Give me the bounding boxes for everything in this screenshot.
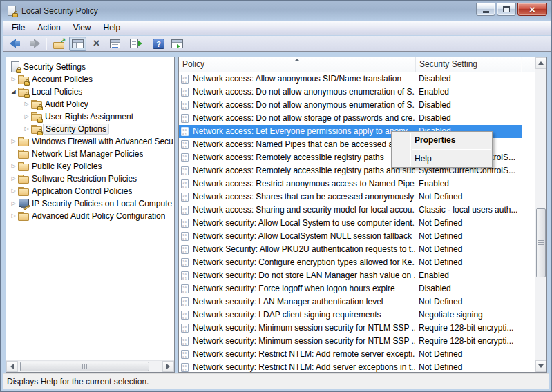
policy-row[interactable]: 1001Network access: Do not allow anonymo… [179, 99, 522, 112]
policy-name: Network security: LDAP client signing re… [193, 308, 415, 322]
toolbar-separator [46, 38, 47, 50]
scroll-up-button[interactable] [535, 57, 546, 69]
show-action-pane-button[interactable] [169, 37, 186, 51]
properties-button[interactable] [106, 37, 124, 51]
policy-row[interactable]: 1001Network security: Do not store LAN M… [179, 269, 522, 282]
scroll-down-button[interactable] [535, 360, 546, 372]
policy-document-icon: 1001 [181, 311, 189, 320]
policy-name: Network access: Named Pipes that can be … [193, 138, 415, 151]
back-button[interactable] [7, 37, 24, 51]
policy-name: Network access: Remotely accessible regi… [193, 151, 415, 164]
policy-document-icon: 1001 [181, 88, 189, 97]
policy-document-icon: 1001 [181, 324, 189, 333]
vertical-scrollbar-thumb[interactable] [536, 208, 546, 277]
tree-item-software-restriction-policies[interactable]: ▷Software Restriction Policies [6, 173, 174, 185]
scroll-left-button[interactable] [6, 361, 18, 372]
expand-collapsed-icon[interactable]: ▷ [9, 210, 18, 222]
expand-collapsed-icon[interactable]: ▷ [22, 98, 31, 110]
show-console-tree-button[interactable] [69, 37, 86, 51]
expand-expanded-icon[interactable]: ◢ [9, 86, 18, 98]
folder-lock-icon [18, 86, 29, 97]
close-button[interactable]: × [517, 3, 547, 16]
column-header-security-setting[interactable]: Security Setting [416, 57, 522, 72]
tree-item-label: Security Settings [23, 62, 86, 72]
tree-item-label: Account Policies [32, 75, 93, 84]
arrow-left-icon [10, 39, 21, 48]
help-button[interactable] [150, 37, 167, 51]
forward-button[interactable] [26, 37, 43, 51]
expand-collapsed-icon[interactable]: ▷ [9, 135, 18, 148]
horizontal-scrollbar-thumb[interactable] [20, 362, 149, 371]
context-menu-separator [412, 149, 491, 150]
policy-document-icon: 1001 [181, 297, 189, 306]
minimize-button[interactable] [476, 3, 495, 16]
scroll-right-button[interactable] [162, 361, 174, 372]
expand-collapsed-icon[interactable]: ▷ [9, 185, 18, 197]
policy-name: Network security: Configure encryption t… [193, 256, 415, 269]
policy-row[interactable]: 1001Network security: LAN Manager authen… [179, 295, 522, 308]
tree-item-advanced-audit-policy-configuration[interactable]: ▷Advanced Audit Policy Configuration [6, 210, 174, 222]
tree-item-application-control-policies[interactable]: ▷Application Control Policies [6, 185, 174, 197]
policy-document-icon: 1001 [181, 166, 189, 175]
tree-item-ip-security-policies-on-local-compute[interactable]: ▷IP Security Policies on Local Compute [6, 197, 174, 210]
folder-icon [18, 173, 29, 184]
tree-item-local-policies[interactable]: ◢Local Policies [6, 86, 174, 98]
window-controls: × [475, 3, 547, 16]
policy-row[interactable]: 1001Network security: LDAP client signin… [179, 308, 522, 322]
expand-collapsed-icon[interactable]: ▷ [22, 123, 31, 135]
menu-help[interactable]: Help [97, 21, 127, 34]
tree-item-account-policies[interactable]: ▷Account Policies [6, 73, 174, 86]
policy-row[interactable]: 1001Network security: Restrict NTLM: Add… [179, 361, 522, 372]
expand-collapsed-icon[interactable]: ▷ [9, 197, 18, 210]
folder-lock-icon [31, 99, 42, 110]
policy-row[interactable]: 1001Network security: Force logoff when … [179, 282, 522, 295]
tree-item-network-list-manager-policies[interactable]: Network List Manager Policies [6, 148, 174, 160]
policy-row[interactable]: 1001Network access: Do not allow anonymo… [179, 86, 522, 99]
expand-collapsed-icon[interactable]: ▷ [9, 73, 18, 86]
tree-item-public-key-policies[interactable]: ▷Public Key Policies [6, 160, 174, 173]
policy-document-icon: 1001 [181, 193, 189, 202]
context-menu-item-properties[interactable]: Properties [392, 133, 492, 147]
policy-row[interactable]: 1001Network access: Do not allow storage… [179, 112, 522, 125]
tree-item-security-settings[interactable]: Security Settings [6, 61, 174, 73]
policy-name: Network security: Restrict NTLM: Add rem… [193, 348, 415, 361]
policy-row[interactable]: 1001Network access: Sharing and security… [179, 204, 522, 217]
up-one-level-button[interactable] [50, 37, 68, 51]
maximize-button[interactable] [497, 3, 516, 16]
policy-setting: Require 128-bit encrypti... [419, 322, 522, 335]
expand-collapsed-icon[interactable]: ▷ [22, 110, 31, 123]
policy-row[interactable]: 1001Network access: Restrict anonymous a… [179, 177, 522, 190]
policy-row[interactable]: 1001Network Security: Allow PKU2U authen… [179, 243, 522, 256]
delete-button[interactable] [88, 37, 105, 51]
menu-file[interactable]: File [6, 21, 31, 34]
policy-row[interactable]: 1001Network security: Allow LocalSystem … [179, 230, 522, 243]
column-header-policy[interactable]: Policy [179, 57, 416, 72]
context-menu-item-help[interactable]: Help [392, 152, 492, 166]
policy-setting: Not Defined [419, 256, 522, 269]
tree-item-audit-policy[interactable]: ▷Audit Policy [6, 98, 174, 110]
policy-row[interactable]: 1001Network security: Minimum session se… [179, 322, 522, 335]
tree-item-windows-firewall-with-advanced-secu[interactable]: ▷Windows Firewall with Advanced Secu [6, 135, 174, 148]
list-vertical-scrollbar[interactable] [535, 57, 546, 372]
policy-setting: Disabled [419, 112, 522, 125]
menu-bar: FileActionViewHelp [3, 21, 551, 35]
menu-action[interactable]: Action [31, 21, 66, 34]
policy-row[interactable]: 1001Network security: Restrict NTLM: Add… [179, 348, 522, 361]
policy-name: Network security: Restrict NTLM: Add ser… [193, 361, 415, 372]
policy-row[interactable]: 1001Network security: Configure encrypti… [179, 256, 522, 269]
expand-collapsed-icon[interactable]: ▷ [9, 160, 18, 173]
tree-item-security-options[interactable]: ▷Security Options [6, 123, 174, 135]
policy-name: Network access: Sharing and security mod… [193, 204, 415, 217]
policy-row[interactable]: 1001Network access: Shares that can be a… [179, 190, 522, 204]
export-list-button[interactable] [125, 37, 142, 51]
expand-collapsed-icon[interactable]: ▷ [9, 173, 18, 185]
menu-view[interactable]: View [67, 21, 97, 34]
policy-row[interactable]: 1001Network security: Minimum session se… [179, 335, 522, 348]
scroll-up-icon [538, 61, 544, 65]
tree-item-user-rights-assignment[interactable]: ▷User Rights Assignment [6, 110, 174, 123]
toolbar-separator [146, 38, 146, 50]
security-setting-column-label: Security Setting [419, 59, 477, 69]
tree-horizontal-scrollbar[interactable] [6, 360, 174, 372]
policy-row[interactable]: 1001Network access: Allow anonymous SID/… [179, 72, 522, 86]
policy-row[interactable]: 1001Network security: Allow Local System… [179, 217, 522, 230]
